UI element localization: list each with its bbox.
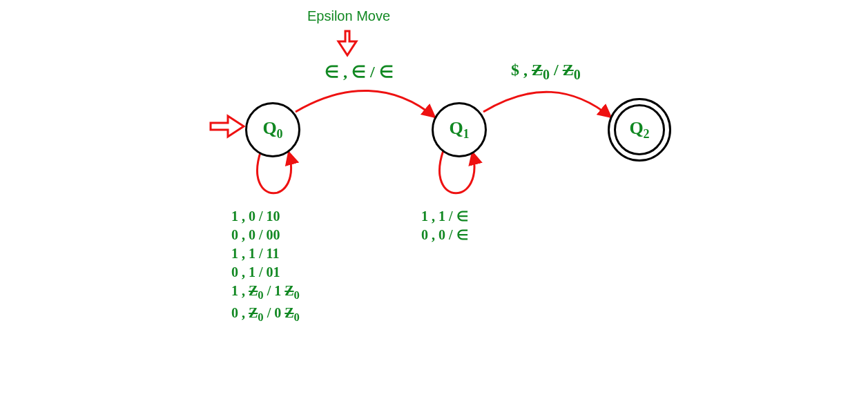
edge-q1-q2: [483, 92, 611, 117]
state-q2: Q2: [608, 98, 671, 162]
edge-label-q0-q1: ∈ , ∈ / ∈: [325, 62, 394, 81]
state-q2-inner: [614, 104, 665, 155]
loop-label-q1: 1 , 1 / ∈ 0 , 0 / ∈: [421, 207, 468, 244]
loop-q0-zline-0: 1 , Z0 / 1 Z0: [231, 282, 300, 304]
down-arrow-icon: [338, 31, 356, 55]
loop-label-q0: 1 , 0 / 10 0 , 0 / 00 1 , 1 / 11 0 , 1 /…: [231, 207, 300, 325]
state-q1: Q1: [432, 102, 487, 157]
edge-q0-q1: [296, 90, 435, 117]
edge-label-q1-q2: $ , Z0 / Z0: [511, 61, 581, 83]
pda-diagram: Epsilon Move Q0 Q1: [0, 0, 868, 399]
start-arrow-icon: [211, 116, 244, 137]
loop-q0-zline-1: 0 , Z0 / 0 Z0: [231, 304, 300, 326]
state-q1-label: Q1: [449, 118, 469, 142]
caption-text: Epsilon Move: [307, 8, 390, 23]
state-q0: Q0: [245, 102, 300, 157]
edges-svg: [0, 0, 868, 399]
epsilon-move-caption: Epsilon Move: [307, 8, 390, 24]
state-q0-label: Q0: [262, 118, 282, 142]
